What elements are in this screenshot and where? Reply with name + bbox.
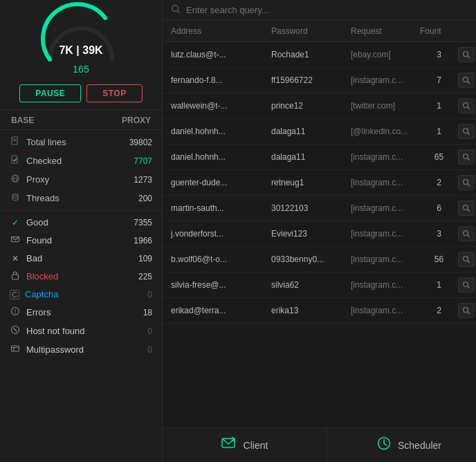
bad-value: 109	[138, 254, 152, 264]
row-search-button[interactable]	[458, 303, 475, 318]
gauge-container: 7K | 39K	[39, 11, 122, 59]
multipassword-icon	[10, 344, 21, 355]
results-list: ✓ Good 7355 Found 1966 ✕ Bad 109 Blocked…	[0, 211, 162, 462]
cell-request: [instagram.c...	[351, 152, 420, 162]
table-row: erikad@terra... erika13 [instagram.c... …	[163, 298, 476, 324]
row-search-button[interactable]	[458, 252, 475, 267]
check-file-icon	[10, 155, 21, 167]
cell-address: guenter-dude...	[171, 178, 271, 187]
row-search-button[interactable]	[458, 226, 475, 241]
svg-line-16	[14, 329, 17, 332]
table-body: lutz.claus@t-... Rochade1 [ebay.com] 3 f…	[163, 42, 476, 324]
client-icon	[221, 436, 237, 454]
svg-line-25	[468, 82, 470, 84]
envelope-icon	[10, 234, 21, 246]
blocked-label: Blocked	[26, 271, 133, 281]
row-search-button[interactable]	[458, 277, 475, 293]
control-buttons: PAUSE STOP	[7, 84, 155, 102]
result-host-not-found: Host not found 0	[0, 322, 162, 340]
pause-button[interactable]: PAUSE	[19, 84, 81, 102]
cell-address: daniel.hohnh...	[171, 152, 271, 162]
cell-count: 2	[420, 178, 458, 187]
svg-point-36	[464, 231, 468, 236]
cell-count: 65	[420, 152, 458, 162]
cell-address: daniel.hohnh...	[171, 127, 271, 136]
svg-point-38	[464, 257, 468, 261]
row-search-button[interactable]	[458, 201, 475, 216]
cell-password: dalaga11	[271, 127, 351, 136]
cell-request: [instagram.c...	[351, 280, 420, 290]
captcha-label: Captcha	[25, 289, 142, 299]
table-row: wallewein@t-... prince12 [twitter.com] 1	[163, 93, 476, 119]
proxy-label: PROXY	[122, 115, 151, 125]
result-bad: ✕ Bad 109	[0, 250, 162, 267]
svg-line-31	[468, 158, 470, 160]
row-search-button[interactable]	[458, 124, 475, 139]
cell-request: [instagram.c...	[351, 178, 420, 187]
result-multipassword: Multipassword 0	[0, 340, 162, 359]
table-row: daniel.hohnh... dalaga11 [@linkedin.co..…	[163, 119, 476, 145]
svg-point-34	[464, 205, 468, 210]
stats-item-threads: Threads 200	[0, 189, 162, 207]
stop-button[interactable]: STOP	[86, 84, 142, 102]
threads-label: Threads	[26, 193, 133, 203]
client-button[interactable]: Client	[163, 428, 327, 462]
cell-address: lutz.claus@t-...	[171, 50, 271, 59]
stats-item-total: Total lines 39802	[0, 133, 162, 151]
cell-request: [ebay.com]	[351, 50, 420, 59]
row-search-button[interactable]	[458, 73, 475, 88]
table-row: silvia-frese@... silvia62 [instagram.c..…	[163, 272, 476, 298]
client-label: Client	[244, 440, 268, 451]
svg-point-40	[464, 282, 468, 287]
cell-password: 30122103	[271, 203, 351, 213]
svg-line-21	[178, 11, 180, 13]
cell-address: silvia-frese@...	[171, 280, 271, 290]
row-search-button[interactable]	[458, 175, 475, 190]
cell-count: 6	[420, 203, 458, 213]
search-bar	[163, 0, 476, 21]
cell-password: ff15966722	[271, 75, 351, 85]
cell-request: [instagram.c...	[351, 306, 420, 315]
row-search-button[interactable]	[458, 47, 475, 62]
globe-icon	[10, 174, 21, 185]
scheduler-icon	[377, 436, 391, 454]
col-fount: Fount	[420, 26, 458, 36]
host-icon	[10, 325, 21, 337]
table-row: b.wolf06@t-o... 0933benny0... [instagram…	[163, 247, 476, 272]
right-panel: Address Password Request Fount lutz.clau…	[163, 0, 476, 462]
svg-rect-17	[12, 346, 19, 351]
table-container: Address Password Request Fount lutz.clau…	[163, 21, 476, 427]
cell-address: fernando-f.8...	[171, 75, 271, 85]
row-search-button[interactable]	[458, 149, 475, 165]
error-icon	[10, 306, 21, 318]
checked-value: 7707	[134, 156, 152, 166]
multipassword-value: 0	[147, 345, 152, 355]
cell-count: 1	[420, 127, 458, 136]
errors-value: 18	[143, 308, 152, 317]
stats-item-checked: Checked 7707	[0, 151, 162, 170]
found-value: 1966	[134, 236, 152, 246]
cell-password: prince12	[271, 101, 351, 111]
captcha-value: 0	[147, 290, 152, 299]
table-row: lutz.claus@t-... Rochade1 [ebay.com] 3	[163, 42, 476, 68]
result-captcha: C Captcha 0	[0, 286, 162, 303]
cell-request: [twitter.com]	[351, 101, 420, 111]
table-row: j.vonderforst... Evievi123 [instagram.c.…	[163, 221, 476, 247]
lock-icon	[10, 270, 21, 282]
search-icon	[171, 4, 181, 16]
cell-address: b.wolf06@t-o...	[171, 255, 271, 264]
cell-request: [instagram.c...	[351, 203, 420, 213]
gauge-svg	[39, 0, 122, 80]
cell-count: 1	[420, 280, 458, 290]
row-search-button[interactable]	[458, 98, 475, 113]
svg-line-39	[468, 261, 470, 263]
left-panel: 7K | 39K 165 PAUSE STOP BASE PROXY Total…	[0, 0, 163, 462]
svg-point-30	[464, 154, 468, 159]
scheduler-button[interactable]: Scheduler	[327, 428, 476, 462]
svg-line-41	[468, 286, 470, 288]
svg-point-22	[464, 52, 468, 57]
good-label: Good	[26, 217, 128, 228]
cell-password: dalaga11	[271, 152, 351, 162]
stats-header: BASE PROXY	[0, 110, 162, 130]
search-input[interactable]	[186, 5, 476, 15]
